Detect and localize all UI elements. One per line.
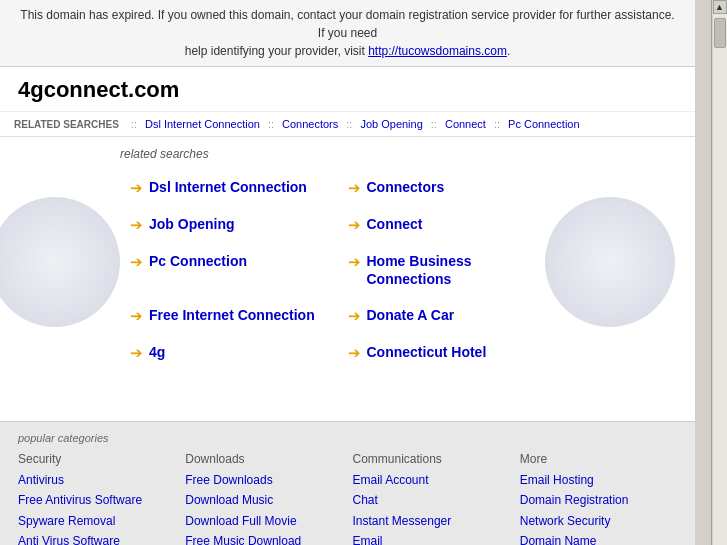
banner-text1: This domain has expired. If you owned th…	[20, 8, 674, 40]
search-link-item: ➔ Connectors	[338, 169, 556, 206]
cat-title-comms: Communications	[353, 452, 510, 466]
link-free-music[interactable]: Free Music Download	[185, 531, 342, 545]
banner-text2: help identifying your provider, visit	[185, 44, 368, 58]
link-free-internet[interactable]: Free Internet Connection	[149, 306, 315, 324]
related-searches-label: related searches	[120, 147, 675, 161]
bar-link-pc[interactable]: Pc Connection	[508, 118, 580, 130]
search-link-item: ➔ Connect	[338, 206, 556, 243]
arrow-icon-6: ➔	[348, 253, 361, 271]
cat-title-security: Security	[18, 452, 175, 466]
link-email-account[interactable]: Email Account	[353, 470, 510, 490]
link-connect[interactable]: Connect	[367, 215, 423, 233]
site-title: 4gconnect.com	[0, 67, 695, 112]
arrow-icon-5: ➔	[130, 253, 143, 271]
bar-link-job[interactable]: Job Opening	[360, 118, 422, 130]
link-free-downloads[interactable]: Free Downloads	[185, 470, 342, 490]
category-more: More Email Hosting Domain Registration N…	[520, 452, 677, 545]
search-link-item: ➔ Connecticut Hotel	[338, 334, 556, 371]
link-instant-messenger[interactable]: Instant Messenger	[353, 511, 510, 531]
search-link-item: ➔ Donate A Car	[338, 297, 556, 334]
link-home-business[interactable]: Home Business Connections	[367, 252, 546, 288]
scroll-up-button[interactable]: ▲	[713, 0, 727, 14]
related-searches-bar: RELATED SEARCHES :: Dsl Internet Connect…	[0, 112, 695, 137]
expiry-banner: This domain has expired. If you owned th…	[0, 0, 695, 67]
arrow-icon-3: ➔	[130, 216, 143, 234]
link-dsl-internet[interactable]: Dsl Internet Connection	[149, 178, 307, 196]
arrow-icon-9: ➔	[130, 344, 143, 362]
deco-circle-left	[0, 197, 120, 327]
cat-title-more: More	[520, 452, 677, 466]
link-antivirus[interactable]: Antivirus	[18, 470, 175, 490]
bar-link-dsl[interactable]: Dsl Internet Connection	[145, 118, 260, 130]
category-security: Security Antivirus Free Antivirus Softwa…	[18, 452, 175, 545]
link-network-security[interactable]: Network Security	[520, 511, 677, 531]
sep1: ::	[131, 118, 137, 130]
link-domain-name[interactable]: Domain Name	[520, 531, 677, 545]
arrow-icon-2: ➔	[348, 179, 361, 197]
scroll-track-vertical[interactable]	[713, 14, 727, 545]
bar-link-connectors[interactable]: Connectors	[282, 118, 338, 130]
link-download-music[interactable]: Download Music	[185, 490, 342, 510]
link-download-full-movie[interactable]: Download Full Movie	[185, 511, 342, 531]
popular-section: popular categories Security Antivirus Fr…	[0, 421, 695, 545]
arrow-icon-8: ➔	[348, 307, 361, 325]
link-domain-reg[interactable]: Domain Registration	[520, 490, 677, 510]
search-link-item: ➔ Job Opening	[120, 206, 338, 243]
link-4g[interactable]: 4g	[149, 343, 165, 361]
search-link-item: ➔ Home Business Connections	[338, 243, 556, 297]
category-downloads: Downloads Free Downloads Download Music …	[185, 452, 342, 545]
popular-label: popular categories	[18, 432, 677, 444]
vertical-scrollbar: ▲ ▼	[711, 0, 727, 545]
link-job-opening[interactable]: Job Opening	[149, 215, 235, 233]
link-donate-car[interactable]: Donate A Car	[367, 306, 455, 324]
link-email[interactable]: Email	[353, 531, 510, 545]
bar-link-connect[interactable]: Connect	[445, 118, 486, 130]
link-anti-virus[interactable]: Anti Virus Software	[18, 531, 175, 545]
categories-grid: Security Antivirus Free Antivirus Softwa…	[18, 452, 677, 545]
link-connecticut-hotel[interactable]: Connecticut Hotel	[367, 343, 487, 361]
related-bar-label: RELATED SEARCHES	[14, 119, 119, 130]
search-section: related searches ➔ Dsl Internet Connecti…	[0, 137, 695, 417]
search-link-item: ➔ Free Internet Connection	[120, 297, 338, 334]
scroll-up-icon: ▲	[715, 2, 724, 12]
arrow-icon-7: ➔	[130, 307, 143, 325]
search-links-grid: ➔ Dsl Internet Connection ➔ Connectors ➔…	[120, 169, 555, 371]
cat-title-downloads: Downloads	[185, 452, 342, 466]
deco-circle-right	[545, 197, 675, 327]
search-link-item: ➔ Pc Connection	[120, 243, 338, 297]
search-link-item: ➔ 4g	[120, 334, 338, 371]
link-spyware[interactable]: Spyware Removal	[18, 511, 175, 531]
link-connectors[interactable]: Connectors	[367, 178, 445, 196]
scroll-thumb-vertical[interactable]	[714, 18, 726, 48]
category-communications: Communications Email Account Chat Instan…	[353, 452, 510, 545]
search-link-item: ➔ Dsl Internet Connection	[120, 169, 338, 206]
link-pc-connection[interactable]: Pc Connection	[149, 252, 247, 270]
arrow-icon-10: ➔	[348, 344, 361, 362]
banner-link[interactable]: http://tucowsdomains.com	[368, 44, 507, 58]
arrow-icon-4: ➔	[348, 216, 361, 234]
link-free-antivirus[interactable]: Free Antivirus Software	[18, 490, 175, 510]
link-chat[interactable]: Chat	[353, 490, 510, 510]
arrow-icon-1: ➔	[130, 179, 143, 197]
link-email-hosting[interactable]: Email Hosting	[520, 470, 677, 490]
